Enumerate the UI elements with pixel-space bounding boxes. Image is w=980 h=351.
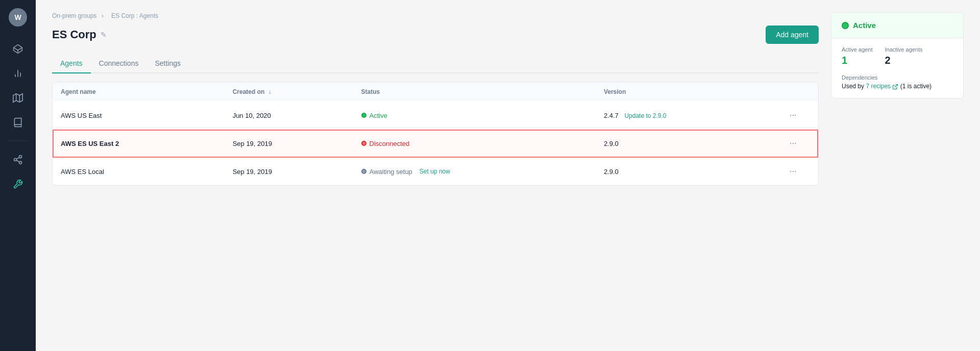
dependencies-section: Dependencies Used by 7 recipes (1 is act…: [842, 74, 953, 90]
status-card: Active Active agent 1 Inactive agents 2: [831, 12, 964, 98]
status-indicator-dot: [842, 22, 849, 29]
status-card-header: Active: [831, 13, 963, 38]
used-by-prefix: Used by: [842, 83, 864, 90]
created-date-cell: Jun 10, 2020: [225, 102, 353, 130]
right-panel: Active Active agent 1 Inactive agents 2: [831, 12, 964, 339]
table-row-highlighted: AWS ES US East 2 Sep 19, 2019 Disconnect…: [53, 130, 818, 158]
col-created-on[interactable]: Created on ↓: [225, 82, 353, 102]
layers-icon[interactable]: [8, 39, 28, 59]
created-date-cell: Sep 19, 2019: [225, 158, 353, 186]
user-avatar[interactable]: W: [9, 8, 27, 27]
status-dot-disconnected: [361, 141, 366, 146]
status-badge-active: Active: [361, 112, 587, 119]
table-header-row: Agent name Created on ↓ Status Version: [53, 82, 818, 102]
agents-table: Agent name Created on ↓ Status Version: [52, 82, 819, 186]
used-by-suffix: (1 is active): [900, 83, 932, 90]
stats-row: Active agent 1 Inactive agents 2: [842, 46, 953, 66]
agent-name-cell: AWS ES US East 2: [53, 130, 225, 158]
agent-name-cell: AWS ES Local: [53, 158, 225, 186]
inactive-agents-label: Inactive agents: [885, 46, 923, 53]
version-cell: 2.9.0: [596, 130, 777, 158]
row-more-button[interactable]: ···: [786, 137, 800, 150]
status-cell: Awaiting setup Set up now: [353, 158, 596, 186]
inactive-agents-stat: Inactive agents 2: [885, 46, 923, 66]
page-title: ES Corp: [52, 28, 96, 41]
breadcrumb-separator: ›: [102, 12, 104, 19]
col-status: Status: [353, 82, 596, 102]
dependencies-label: Dependencies: [842, 74, 953, 81]
dependencies-value: Used by 7 recipes (1 is active): [842, 83, 953, 90]
status-label: Awaiting setup: [370, 168, 412, 176]
row-more-button[interactable]: ···: [786, 165, 800, 178]
sidebar-divider: [8, 141, 28, 141]
col-actions: [777, 82, 818, 102]
svg-point-9: [14, 159, 17, 161]
sidebar: W: [0, 0, 36, 351]
col-version: Version: [596, 82, 777, 102]
update-link[interactable]: Update to 2.9.0: [624, 112, 666, 119]
active-agent-label: Active agent: [842, 46, 873, 53]
book-icon[interactable]: [8, 112, 28, 133]
active-agent-count: 1: [842, 55, 873, 66]
col-agent-name: Agent name: [53, 82, 225, 102]
map-icon[interactable]: [8, 88, 28, 108]
version-cell: 2.9.0: [596, 158, 777, 186]
more-menu-cell: ···: [777, 130, 818, 158]
svg-line-13: [895, 84, 898, 87]
breadcrumb-parent[interactable]: On-prem groups: [52, 12, 96, 19]
svg-line-11: [16, 160, 19, 162]
inactive-agents-count: 2: [885, 55, 923, 66]
status-dot-active: [361, 113, 366, 118]
tab-settings[interactable]: Settings: [146, 54, 189, 73]
status-cell: Disconnected: [353, 130, 596, 158]
add-agent-button[interactable]: Add agent: [766, 26, 819, 44]
more-menu-cell: ···: [777, 158, 818, 186]
version-cell: 2.4.7 Update to 2.9.0: [596, 102, 777, 130]
edit-icon[interactable]: ✎: [101, 31, 107, 39]
main-content: On-prem groups › ES Corp : Agents ES Cor…: [36, 0, 980, 351]
breadcrumb: On-prem groups › ES Corp : Agents: [52, 12, 819, 19]
page-header: ES Corp ✎ Add agent: [52, 26, 819, 44]
svg-marker-5: [13, 94, 22, 103]
share-icon[interactable]: [8, 149, 28, 170]
status-card-body: Active agent 1 Inactive agents 2 Depende…: [831, 38, 963, 98]
tabs: Agents Connections Settings: [52, 54, 819, 73]
svg-point-8: [19, 156, 22, 158]
status-card-title: Active: [853, 21, 876, 30]
status-label: Active: [370, 112, 387, 119]
svg-line-12: [16, 157, 19, 159]
table-row: AWS ES Local Sep 19, 2019 Awaiting setup…: [53, 158, 818, 186]
chart-icon[interactable]: [8, 63, 28, 84]
status-cell: Active: [353, 102, 596, 130]
wrench-icon[interactable]: [8, 174, 28, 194]
sort-icon: ↓: [268, 88, 272, 95]
table-row: AWS US East Jun 10, 2020 Active 2.4.7 Up…: [53, 102, 818, 130]
status-label: Disconnected: [370, 140, 410, 147]
page-title-wrap: ES Corp ✎: [52, 28, 107, 41]
more-menu-cell: ···: [777, 102, 818, 130]
agent-name-cell: AWS US East: [53, 102, 225, 130]
svg-point-10: [19, 161, 22, 164]
status-badge-disconnected: Disconnected: [361, 140, 587, 147]
status-badge-awaiting: Awaiting setup Set up now: [361, 168, 587, 176]
breadcrumb-current: ES Corp : Agents: [111, 12, 158, 19]
recipes-link[interactable]: 7 recipes: [866, 83, 900, 90]
row-more-button[interactable]: ···: [786, 109, 800, 122]
tab-connections[interactable]: Connections: [91, 54, 147, 73]
status-dot-awaiting: [361, 169, 366, 174]
created-date-cell: Sep 19, 2019: [225, 130, 353, 158]
tab-agents[interactable]: Agents: [52, 54, 91, 73]
active-agent-stat: Active agent 1: [842, 46, 873, 66]
setup-link[interactable]: Set up now: [420, 168, 450, 175]
left-panel: On-prem groups › ES Corp : Agents ES Cor…: [52, 12, 819, 339]
